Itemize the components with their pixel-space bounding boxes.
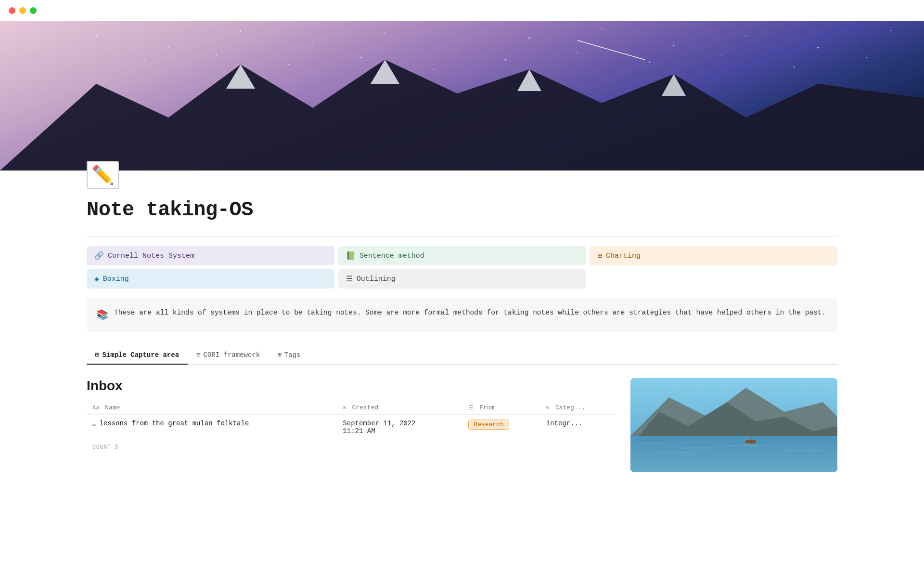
svg-point-1 <box>168 47 169 48</box>
category-col-icon: ⊙ <box>546 405 550 411</box>
tab-cori-icon: ⊟ <box>196 351 200 359</box>
row-name-text: lessons from the great mulan folktale <box>99 420 249 427</box>
row-category-cell: integr... <box>540 415 616 440</box>
table-header-row: Aa Name ⊙ Created ☰ From ⊙ <box>87 401 616 415</box>
tab-tags-label: Tags <box>284 351 301 359</box>
lake-image-panel <box>630 378 837 472</box>
tab-tags-icon: ⊞ <box>277 351 281 359</box>
svg-point-2 <box>240 30 242 32</box>
count-label: COUNT <box>92 444 111 451</box>
tag-grid-row2: ◈ Boxing ☰ Outlining <box>87 269 837 289</box>
tab-simple-capture-icon: ⊞ <box>95 351 99 359</box>
tag-boxing-label: Boxing <box>103 275 129 283</box>
tag-empty <box>590 269 837 289</box>
charting-icon: ⊞ <box>597 251 602 261</box>
svg-point-3 <box>312 42 313 43</box>
row-name-cell: ✏️ lessons from the great mulan folktale <box>87 415 337 440</box>
svg-point-15 <box>360 57 362 58</box>
cornell-icon: 🔗 <box>94 251 104 261</box>
svg-point-38 <box>745 440 757 444</box>
svg-point-22 <box>866 57 867 58</box>
tag-cornell[interactable]: 🔗 Cornell Notes System <box>87 246 334 265</box>
svg-point-7 <box>601 28 602 29</box>
description-box: 📚 These are all kinds of systems in plac… <box>87 298 837 332</box>
maximize-button[interactable] <box>30 7 37 14</box>
from-col-icon: ☰ <box>468 405 474 411</box>
boxing-icon: ◈ <box>94 274 99 284</box>
description-icon: 📚 <box>96 307 108 324</box>
svg-point-11 <box>890 30 891 31</box>
created-col-icon: ⊙ <box>343 405 346 411</box>
svg-rect-32 <box>630 436 837 472</box>
svg-point-17 <box>505 59 506 61</box>
col-name: Aa Name <box>87 401 337 415</box>
row-created-cell: September 11, 202211:21 AM <box>337 415 462 440</box>
row-from-cell: Research <box>462 415 540 440</box>
inbox-table: Aa Name ⊙ Created ☰ From ⊙ <box>87 401 616 440</box>
tabs-area: ⊞ Simple Capture area ⊟ CORI framework ⊞… <box>87 346 837 365</box>
tag-boxing[interactable]: ◈ Boxing <box>87 269 334 289</box>
hero-banner <box>0 21 924 171</box>
svg-point-14 <box>288 64 289 65</box>
name-col-icon: Aa <box>92 405 99 411</box>
content-below-tabs: Inbox Aa Name ⊙ Created ☰ <box>87 378 837 472</box>
svg-point-4 <box>385 33 386 34</box>
inbox-title: Inbox <box>87 378 616 394</box>
divider <box>87 236 837 236</box>
tab-cori-label: CORI framework <box>204 351 260 359</box>
col-category: ⊙ Categ... <box>540 401 616 415</box>
tag-charting-label: Charting <box>606 252 641 260</box>
page-title: Note taking-OS <box>87 198 837 222</box>
tab-tags[interactable]: ⊞ Tags <box>269 346 309 365</box>
tag-grid-row1: 🔗 Cornell Notes System 📗 Sentence method… <box>87 246 837 265</box>
inbox-panel: Inbox Aa Name ⊙ Created ☰ <box>87 378 616 472</box>
page-icon-area: ✏️ <box>0 161 924 189</box>
title-bar <box>0 0 924 21</box>
tag-cornell-label: Cornell Notes System <box>108 252 194 260</box>
count-row: COUNT 5 <box>87 440 616 455</box>
tag-outlining-label: Outlining <box>357 275 396 283</box>
svg-point-16 <box>433 69 434 70</box>
row-created-value: September 11, 202211:21 AM <box>343 420 415 435</box>
svg-line-23 <box>578 40 645 60</box>
col-from: ☰ From <box>462 401 540 415</box>
row-category-value: integr... <box>546 420 583 427</box>
svg-point-10 <box>818 47 819 49</box>
svg-point-18 <box>577 52 578 53</box>
svg-point-5 <box>457 50 458 51</box>
outlining-icon: ☰ <box>346 274 353 284</box>
tab-simple-capture[interactable]: ⊞ Simple Capture area <box>87 346 188 365</box>
svg-point-0 <box>96 35 97 36</box>
svg-point-20 <box>721 54 722 55</box>
row-name-icon: ✏️ <box>92 420 96 429</box>
svg-point-13 <box>216 54 217 55</box>
page-icon: ✏️ <box>87 161 119 189</box>
tag-charting[interactable]: ⊞ Charting <box>590 246 837 265</box>
tab-simple-capture-label: Simple Capture area <box>102 351 179 359</box>
tag-sentence-label: Sentence method <box>359 252 424 260</box>
svg-point-9 <box>745 35 746 36</box>
svg-point-21 <box>794 66 795 68</box>
svg-point-6 <box>529 38 530 39</box>
sentence-icon: 📗 <box>346 251 356 261</box>
tab-cori[interactable]: ⊟ CORI framework <box>188 346 269 365</box>
close-button[interactable] <box>9 7 15 14</box>
lake-image <box>630 378 837 472</box>
table-row[interactable]: ✏️ lessons from the great mulan folktale… <box>87 415 616 440</box>
tag-outlining[interactable]: ☰ Outlining <box>338 269 586 289</box>
svg-point-8 <box>673 45 674 46</box>
description-text: These are all kinds of systems in place … <box>114 307 826 319</box>
research-badge: Research <box>468 420 509 430</box>
main-content: Note taking-OS 🔗 Cornell Notes System 📗 … <box>0 189 924 501</box>
minimize-button[interactable] <box>19 7 26 14</box>
count-value: 5 <box>115 444 118 451</box>
svg-point-19 <box>649 62 650 63</box>
svg-marker-24 <box>0 60 924 171</box>
tag-sentence[interactable]: 📗 Sentence method <box>338 246 586 265</box>
svg-point-12 <box>144 59 145 60</box>
col-created: ⊙ Created <box>337 401 462 415</box>
